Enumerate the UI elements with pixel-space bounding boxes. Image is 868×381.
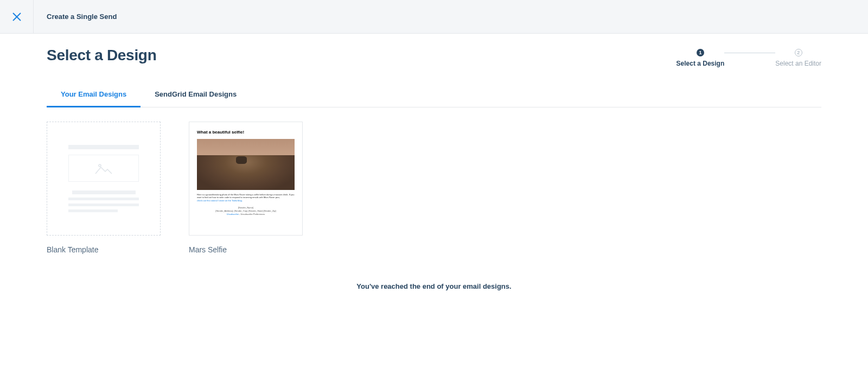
preview-title: What a beautiful selfie!	[197, 130, 295, 135]
step-select-editor: 2 Select an Editor	[775, 49, 821, 67]
tab-your-designs[interactable]: Your Email Designs	[47, 82, 141, 107]
design-label: Blank Template	[47, 245, 161, 254]
design-label: Mars Selfie	[189, 245, 303, 254]
preview-body: Here is a groundbreaking photo of the Ma…	[197, 193, 295, 199]
blank-template-thumbnail	[47, 122, 161, 236]
preview-image	[197, 139, 295, 190]
step-number: 1	[697, 49, 704, 56]
step-number: 2	[795, 49, 802, 56]
header: Create a Single Send	[0, 0, 868, 34]
step-select-design: 1 Select a Design	[676, 49, 725, 67]
end-of-list-message: You've reached the end of your email des…	[47, 282, 821, 290]
design-card-blank[interactable]: Blank Template	[47, 122, 161, 254]
header-title: Create a Single Send	[47, 12, 117, 21]
mars-selfie-thumbnail: What a beautiful selfie! Here is a groun…	[189, 122, 303, 236]
progress-stepper: 1 Select a Design 2 Select an Editor	[676, 49, 821, 67]
page-title: Select a Design	[47, 47, 156, 64]
close-icon	[12, 12, 21, 21]
title-row: Select a Design 1 Select a Design 2 Sele…	[47, 47, 821, 67]
preview-link: check out this tutorial I wrote on the T…	[197, 199, 295, 202]
main-content: Select a Design 1 Select a Design 2 Sele…	[0, 34, 868, 312]
image-placeholder-icon	[94, 162, 113, 175]
preview-footer: [Sender_Name] [Sender_Address], [Sender_…	[197, 206, 295, 215]
designs-grid: Blank Template What a beautiful selfie! …	[47, 122, 821, 254]
preview-footer-unsub-row: Unsubscribe - Unsubscribe Preferences	[197, 213, 295, 216]
svg-point-2	[99, 164, 101, 167]
preview-unsubscribe: Unsubscribe	[227, 213, 239, 215]
preview-preferences: - Unsubscribe Preferences	[239, 213, 265, 215]
tab-sendgrid-designs[interactable]: SendGrid Email Designs	[141, 82, 251, 107]
design-card-mars-selfie[interactable]: What a beautiful selfie! Here is a groun…	[189, 122, 303, 254]
tabs: Your Email Designs SendGrid Email Design…	[47, 82, 821, 107]
step-label: Select an Editor	[775, 60, 821, 67]
step-label: Select a Design	[676, 60, 725, 67]
step-connector	[724, 53, 775, 53]
close-button[interactable]	[0, 0, 34, 34]
